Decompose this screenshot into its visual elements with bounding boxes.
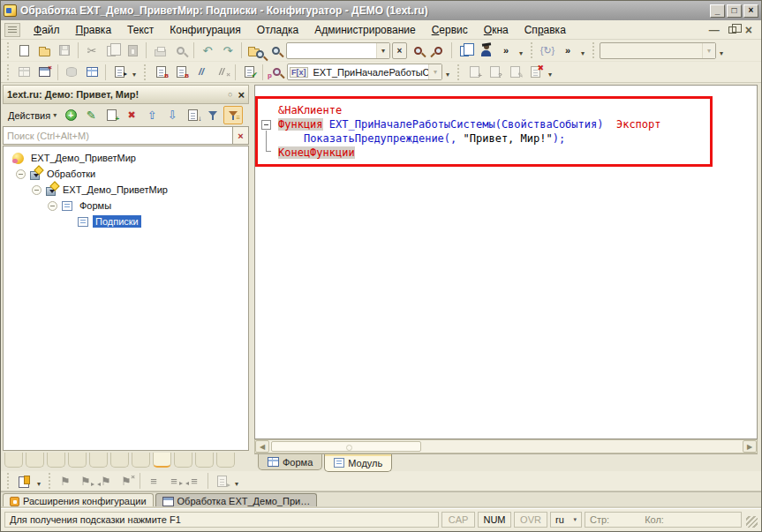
language-selector[interactable]: ru ▾ bbox=[550, 512, 582, 528]
search-input[interactable]: Поиск (Ctrl+Alt+M) bbox=[3, 126, 233, 145]
close-window-icon[interactable]: × bbox=[34, 63, 54, 81]
tree-row[interactable]: EXT_Демо_ПриветМир bbox=[4, 150, 248, 166]
find-combo[interactable]: ▾ bbox=[286, 42, 390, 59]
panel-stub-tab[interactable] bbox=[68, 453, 87, 468]
find-icon[interactable] bbox=[266, 41, 285, 60]
debug-combo[interactable]: ▾ bbox=[600, 42, 716, 59]
clear-search-icon[interactable]: × bbox=[233, 126, 249, 145]
windows-list-icon[interactable] bbox=[456, 41, 475, 60]
menu-file[interactable]: Файл bbox=[26, 21, 68, 39]
menu-windows[interactable]: Окна bbox=[476, 21, 517, 39]
toolbar-overflow-icon[interactable]: » bbox=[496, 41, 516, 60]
tab-form[interactable]: Форма bbox=[258, 454, 322, 470]
collapse-icon[interactable] bbox=[32, 185, 41, 195]
panel-stub-tab[interactable] bbox=[174, 453, 192, 468]
minimize-button[interactable]: _ bbox=[710, 4, 725, 18]
menu-debug[interactable]: Отладка bbox=[249, 21, 306, 39]
copy-item-icon[interactable]: + bbox=[102, 106, 121, 124]
move-up-icon[interactable]: ⇧ bbox=[142, 106, 162, 124]
menu-edit[interactable]: Правка bbox=[68, 21, 120, 39]
toolbar-overflow-icon[interactable]: » bbox=[558, 41, 577, 60]
tree-row-selected[interactable]: Подписки bbox=[4, 214, 248, 229]
panel-stub-tab[interactable] bbox=[195, 453, 214, 468]
copy-icon[interactable] bbox=[102, 41, 122, 60]
collapse-icon[interactable] bbox=[16, 169, 26, 179]
scroll-right-icon[interactable]: ▶ bbox=[743, 440, 757, 453]
indent-left-icon[interactable]: ≡◂ bbox=[185, 472, 204, 491]
tree-row[interactable]: EXT_Демо_ПриветМир bbox=[4, 182, 248, 198]
panel-stub-tab[interactable] bbox=[47, 453, 65, 468]
find-previous-icon[interactable] bbox=[428, 41, 448, 60]
actions-menu-button[interactable]: Действия ▾ bbox=[4, 109, 60, 123]
fold-collapse-icon[interactable] bbox=[261, 120, 271, 130]
panel-stub-tab[interactable] bbox=[89, 453, 108, 468]
menu-service[interactable]: Сервис bbox=[424, 21, 476, 39]
chevron-down-icon[interactable]: ▾ bbox=[517, 41, 525, 60]
redo-icon[interactable]: ↷ bbox=[218, 41, 238, 60]
add-item-icon[interactable] bbox=[61, 106, 80, 124]
previous-bookmark-icon[interactable]: ⚑◂ bbox=[96, 472, 116, 491]
menu-text[interactable]: Текст bbox=[119, 21, 162, 39]
horizontal-scrollbar[interactable]: ◀ ▶ bbox=[254, 439, 758, 453]
cut-icon[interactable]: ✂ bbox=[82, 41, 102, 60]
indent-right-icon[interactable]: ≡▸ bbox=[164, 472, 184, 491]
tab-configuration-extensions[interactable]: Расширения конфигурации bbox=[3, 493, 154, 508]
syntax-check-icon[interactable]: ✔ bbox=[239, 63, 259, 81]
uncomment-lines-icon[interactable]: //× bbox=[212, 63, 231, 81]
print-preview-icon[interactable] bbox=[170, 41, 190, 60]
scrollbar-thumb[interactable] bbox=[271, 441, 421, 452]
edit-snippet-icon[interactable]: ✎ bbox=[505, 63, 524, 81]
goto-document-icon[interactable]: ▸ bbox=[109, 63, 129, 81]
clear-find-button[interactable]: × bbox=[392, 42, 407, 59]
print-icon[interactable] bbox=[150, 41, 170, 60]
find-in-files-icon[interactable] bbox=[245, 41, 265, 60]
configuration-refresh-icon[interactable]: {↻} bbox=[538, 41, 557, 60]
panel-close-icon[interactable]: × bbox=[238, 89, 245, 101]
syntax-assistant-icon[interactable] bbox=[476, 41, 495, 60]
mdi-close-button[interactable]: × bbox=[745, 24, 752, 36]
resize-grip-icon[interactable] bbox=[746, 516, 758, 528]
find-next-icon[interactable] bbox=[408, 41, 427, 60]
mdi-restore-button[interactable] bbox=[728, 26, 736, 34]
snippet-help-icon[interactable]: ? bbox=[485, 63, 504, 81]
database-icon[interactable] bbox=[62, 63, 81, 81]
comment-lines-icon[interactable]: // bbox=[192, 63, 211, 81]
tree-row[interactable]: Формы bbox=[4, 198, 248, 214]
close-button[interactable]: × bbox=[743, 4, 758, 18]
maximize-button[interactable]: □ bbox=[727, 4, 742, 18]
procedure-template-icon[interactable]: в bbox=[151, 63, 170, 81]
menu-configuration[interactable]: Конфигурация bbox=[162, 21, 249, 39]
form-editor-icon[interactable] bbox=[82, 63, 102, 81]
panel-stub-tab[interactable] bbox=[132, 453, 150, 468]
sort-list-icon[interactable]: ↓ bbox=[183, 106, 202, 124]
save-icon[interactable] bbox=[55, 41, 74, 60]
panel-stub-tab[interactable] bbox=[26, 453, 44, 468]
hierarchy-icon[interactable] bbox=[14, 63, 34, 81]
move-down-icon[interactable]: ⇩ bbox=[162, 106, 182, 124]
panel-stub-tab[interactable] bbox=[4, 453, 23, 468]
panel-stub-tab[interactable] bbox=[110, 453, 129, 468]
pin-icon[interactable]: ○ bbox=[228, 90, 232, 99]
paste-icon[interactable] bbox=[123, 41, 142, 60]
next-bookmark-icon[interactable]: ⚑▸ bbox=[76, 472, 95, 491]
filter-by-subsystems-icon[interactable]: ≡ bbox=[223, 106, 243, 124]
mdi-minimize-button[interactable]: — bbox=[709, 24, 720, 36]
filter-icon[interactable] bbox=[203, 106, 223, 124]
chevron-down-icon[interactable]: ▾ bbox=[546, 63, 555, 81]
toggle-bookmark-icon[interactable]: ⚑ bbox=[56, 472, 75, 491]
undo-icon[interactable]: ↶ bbox=[198, 41, 217, 60]
code-area[interactable]: &НаКлиенте Функция EXT_ПриНачалеРаботыСи… bbox=[254, 85, 758, 439]
chevron-down-icon[interactable]: ▾ bbox=[232, 472, 241, 491]
tab-data-processor-window[interactable]: Обработка EXT_Демо_При… bbox=[155, 493, 318, 508]
tree-row[interactable]: Обработки bbox=[4, 166, 248, 182]
chevron-down-icon[interactable]: ▾ bbox=[578, 41, 587, 60]
function-template-icon[interactable]: в bbox=[171, 63, 191, 81]
panel-stub-tab-active[interactable] bbox=[153, 453, 171, 468]
delete-item-icon[interactable]: ✖ bbox=[122, 106, 141, 124]
open-icon[interactable] bbox=[34, 41, 54, 60]
procedure-combo[interactable]: F[x] EXT_ПриНачалеРаботыСистем ▾ bbox=[287, 64, 442, 80]
chevron-down-icon[interactable]: ▾ bbox=[717, 41, 726, 60]
chevron-down-icon[interactable]: ▾ bbox=[130, 63, 139, 81]
tab-module[interactable]: Модуль bbox=[324, 454, 392, 472]
chevron-down-icon[interactable]: ▾ bbox=[34, 472, 43, 491]
